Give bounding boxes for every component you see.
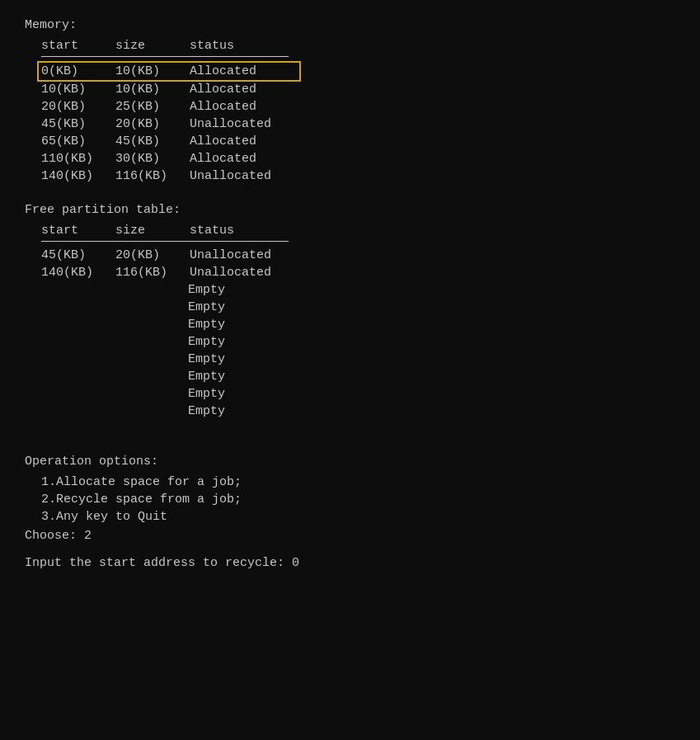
empty-status: Empty — [188, 316, 225, 333]
highlighted-row: 0(KB) 10(KB) Allocated — [38, 62, 300, 81]
free-partition-title: Free partition table: — [25, 201, 675, 219]
memory-divider — [41, 56, 289, 57]
fp-header-start: start — [41, 222, 115, 239]
row-size: 116(KB) — [115, 264, 190, 281]
memory-header-size: size — [115, 37, 190, 54]
table-row: 10(KB) 10(KB) Allocated — [41, 81, 675, 98]
row-size: 10(KB) — [115, 63, 190, 80]
row-size: 10(KB) — [115, 81, 190, 98]
table-row: 140(KB) 116(KB) Unallocated — [41, 167, 675, 185]
memory-title: Memory: — [25, 16, 675, 34]
memory-table-header: start size status — [41, 37, 675, 54]
table-row: Empty — [41, 403, 675, 420]
row-status: Allocated — [190, 63, 297, 80]
empty-status: Empty — [188, 299, 225, 316]
table-row: Empty — [41, 351, 675, 368]
row-start: 140(KB) — [41, 264, 115, 281]
table-row: Empty — [41, 316, 675, 333]
row-start: 45(KB) — [41, 115, 115, 133]
fp-divider — [41, 241, 289, 242]
row-size: 25(KB) — [115, 98, 190, 115]
row-start: 20(KB) — [41, 98, 115, 115]
empty-status: Empty — [188, 333, 225, 351]
row-size: 20(KB) — [115, 115, 190, 133]
row-size: 20(KB) — [115, 247, 190, 264]
memory-header-status: status — [190, 37, 297, 54]
operation-item-2: 2.Recycle space from a job; — [41, 491, 675, 508]
memory-section: Memory: start size status 0(KB) 10(KB) A… — [25, 16, 675, 185]
empty-status: Empty — [188, 351, 225, 368]
empty-status: Empty — [188, 368, 225, 385]
row-status: Allocated — [190, 133, 297, 150]
table-row: 65(KB) 45(KB) Allocated — [41, 133, 675, 150]
input-line: Input the start address to recycle: 0 — [25, 554, 675, 572]
table-row: 0(KB) 10(KB) Allocated — [41, 62, 675, 81]
row-start: 140(KB) — [41, 167, 115, 185]
row-status: Allocated — [190, 98, 297, 115]
memory-table: start size status 0(KB) 10(KB) Allocated… — [41, 37, 675, 185]
row-start: 45(KB) — [41, 247, 115, 264]
fp-header-status: status — [190, 222, 297, 239]
table-row: Empty — [41, 385, 675, 403]
memory-header-start: start — [41, 37, 115, 54]
choose-line: Choose: 2 — [25, 527, 675, 544]
operations-title: Operation options: — [25, 453, 675, 470]
row-status: Allocated — [190, 150, 297, 167]
row-status: Unallocated — [190, 167, 297, 185]
row-size: 45(KB) — [115, 133, 190, 150]
empty-status: Empty — [188, 403, 225, 420]
row-status: Unallocated — [190, 264, 297, 281]
table-row: Empty — [41, 368, 675, 385]
empty-status: Empty — [188, 385, 225, 403]
free-partition-table: start size status 45(KB) 20(KB) Unalloca… — [41, 222, 675, 420]
row-start: 10(KB) — [41, 81, 115, 98]
table-row: Empty — [41, 333, 675, 351]
empty-status: Empty — [188, 281, 225, 299]
row-size: 116(KB) — [115, 167, 190, 185]
operation-item-1: 1.Allocate space for a job; — [41, 474, 675, 491]
row-size: 30(KB) — [115, 150, 190, 167]
free-partition-section: Free partition table: start size status … — [25, 201, 675, 420]
table-row: 45(KB) 20(KB) Unallocated — [41, 115, 675, 133]
table-row: 45(KB) 20(KB) Unallocated — [41, 247, 675, 264]
free-partition-header: start size status — [41, 222, 675, 239]
row-status: Unallocated — [190, 115, 297, 133]
fp-header-size: size — [115, 222, 190, 239]
operations-section: Operation options: 1.Allocate space for … — [25, 453, 675, 572]
operations-list: 1.Allocate space for a job; 2.Recycle sp… — [41, 474, 675, 526]
table-row: Empty — [41, 299, 675, 316]
row-status: Unallocated — [190, 247, 297, 264]
row-start: 110(KB) — [41, 150, 115, 167]
row-status: Allocated — [190, 81, 297, 98]
table-row: 140(KB) 116(KB) Unallocated — [41, 264, 675, 281]
table-row: 110(KB) 30(KB) Allocated — [41, 150, 675, 167]
table-row: 20(KB) 25(KB) Allocated — [41, 98, 675, 115]
operation-item-3: 3.Any key to Quit — [41, 508, 675, 526]
table-row: Empty — [41, 281, 675, 299]
row-start: 65(KB) — [41, 133, 115, 150]
row-start: 0(KB) — [41, 63, 115, 80]
